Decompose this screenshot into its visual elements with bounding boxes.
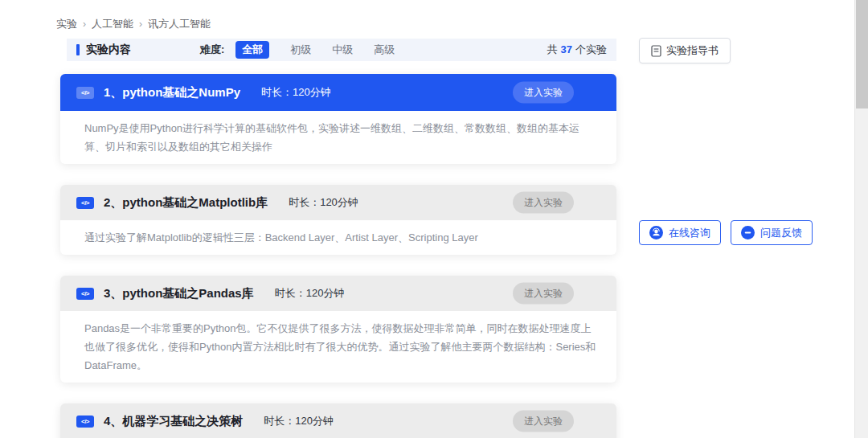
experiment-description: NumPy是使用Python进行科学计算的基础软件包，实验讲述一维数组、二维数组… xyxy=(84,119,596,156)
count-number: 37 xyxy=(561,43,572,55)
section-title: 实验内容 xyxy=(86,43,131,57)
breadcrumb-item-experiments[interactable]: 实验 xyxy=(56,17,77,31)
experiment-count: 共37个实验 xyxy=(547,43,607,57)
experiment-card-decision-tree: </> 4、机器学习基础之决策树 时长：120分钟 进入实验 决策树（Decis… xyxy=(60,403,616,438)
experiment-guide-button[interactable]: 实验指导书 xyxy=(639,38,731,63)
guide-button-label: 实验指导书 xyxy=(666,43,719,58)
experiment-card-matplotlib: </> 2、python基础之Matplotlib库 时长：120分钟 进入实验… xyxy=(60,185,616,255)
consult-button-label: 在线咨询 xyxy=(669,226,710,240)
experiment-list-page: 实验 › 人工智能 › 讯方人工智能 实验内容 难度: 全部 初级 中级 高级 … xyxy=(0,0,868,438)
section-marker xyxy=(76,44,80,55)
experiment-card-header: </> 1、python基础之NumPy 时长：120分钟 进入实验 xyxy=(60,74,616,111)
experiment-title: 4、机器学习基础之决策树 xyxy=(104,414,243,429)
document-icon xyxy=(651,45,661,57)
chat-bubble-icon xyxy=(741,226,755,239)
experiment-card-body: NumPy是使用Python进行科学计算的基础软件包，实验讲述一维数组、二维数组… xyxy=(60,111,616,164)
experiment-duration: 时长：120分钟 xyxy=(264,414,334,428)
code-icon: </> xyxy=(76,415,94,428)
breadcrumb: 实验 › 人工智能 › 讯方人工智能 xyxy=(56,17,211,31)
experiment-description: 通过实验了解Matplotlib的逻辑性三层：Backend Layer、Art… xyxy=(84,228,596,247)
experiment-card-numpy: </> 1、python基础之NumPy 时长：120分钟 进入实验 NumPy… xyxy=(60,74,616,164)
online-consult-button[interactable]: 在线咨询 xyxy=(639,220,721,245)
experiment-title: 1、python基础之NumPy xyxy=(104,85,240,100)
code-icon: </> xyxy=(76,197,94,209)
experiment-duration: 时长：120分钟 xyxy=(275,286,345,301)
breadcrumb-separator: › xyxy=(83,18,86,30)
experiment-card-header: </> 4、机器学习基础之决策树 时长：120分钟 进入实验 xyxy=(60,403,616,438)
enter-experiment-button[interactable]: 进入实验 xyxy=(513,283,574,305)
experiment-duration: 时长：120分钟 xyxy=(289,195,358,210)
difficulty-option-advanced[interactable]: 高级 xyxy=(374,43,395,57)
enter-experiment-button[interactable]: 进入实验 xyxy=(513,82,574,104)
experiment-description: Pandas是一个非常重要的Python包。它不仅提供了很多方法，使得数据处理非… xyxy=(84,319,596,375)
experiment-card-header: </> 3、python基础之Pandas库 时长：120分钟 进入实验 xyxy=(60,276,616,311)
enter-experiment-button[interactable]: 进入实验 xyxy=(513,411,574,432)
filter-bar: 实验内容 难度: 全部 初级 中级 高级 共37个实验 xyxy=(67,39,616,61)
experiment-title: 3、python基础之Pandas库 xyxy=(104,286,254,301)
difficulty-option-intermediate[interactable]: 中级 xyxy=(332,43,353,57)
experiment-card-header: </> 2、python基础之Matplotlib库 时长：120分钟 进入实验 xyxy=(60,185,616,220)
breadcrumb-item-xunfang-ai: 讯方人工智能 xyxy=(148,17,211,31)
difficulty-label: 难度: xyxy=(200,43,224,57)
code-icon: </> xyxy=(76,288,94,300)
experiment-title: 2、python基础之Matplotlib库 xyxy=(104,195,268,211)
count-prefix: 共 xyxy=(547,43,558,55)
feedback-button-label: 问题反馈 xyxy=(760,226,802,240)
experiment-list: </> 1、python基础之NumPy 时长：120分钟 进入实验 NumPy… xyxy=(60,74,616,438)
experiment-card-pandas: </> 3、python基础之Pandas库 时长：120分钟 进入实验 Pan… xyxy=(60,276,616,383)
headset-icon xyxy=(649,226,663,239)
difficulty-option-all[interactable]: 全部 xyxy=(235,41,269,59)
experiment-card-body: Pandas是一个非常重要的Python包。它不仅提供了很多方法，使得数据处理非… xyxy=(60,311,616,383)
experiment-duration: 时长：120分钟 xyxy=(261,85,331,100)
enter-experiment-button[interactable]: 进入实验 xyxy=(513,192,574,214)
breadcrumb-item-ai[interactable]: 人工智能 xyxy=(92,17,133,31)
scrollbar-thumb[interactable] xyxy=(856,0,868,108)
count-suffix: 个实验 xyxy=(575,43,607,55)
vertical-scrollbar[interactable] xyxy=(854,0,868,438)
breadcrumb-separator: › xyxy=(139,18,142,30)
floating-buttons: 在线咨询 问题反馈 xyxy=(639,220,813,245)
difficulty-option-beginner[interactable]: 初级 xyxy=(290,43,311,57)
feedback-button[interactable]: 问题反馈 xyxy=(731,220,813,245)
experiment-card-body: 通过实验了解Matplotlib的逻辑性三层：Backend Layer、Art… xyxy=(60,220,616,255)
code-icon: </> xyxy=(76,87,94,99)
